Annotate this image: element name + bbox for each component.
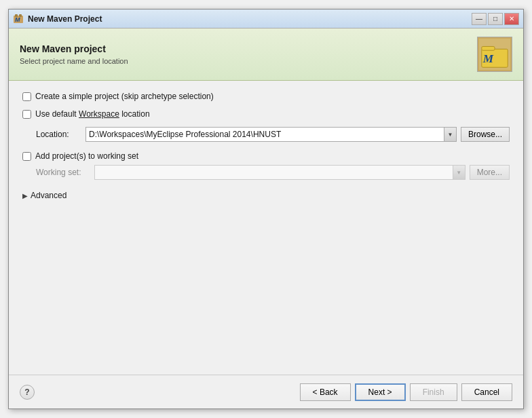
add-working-set-row: Add project(s) to working set: [22, 151, 510, 161]
window-icon: M: [13, 14, 24, 24]
footer: ? < Back Next > Finish Cancel: [9, 375, 523, 408]
simple-project-checkbox[interactable]: [22, 92, 31, 101]
window-title: New Maven Project: [28, 14, 472, 24]
svg-text:M: M: [482, 52, 494, 65]
advanced-expand-icon: ▶: [22, 192, 28, 200]
use-default-workspace-checkbox[interactable]: [22, 110, 31, 119]
working-set-combo-arrow[interactable]: ▼: [453, 166, 465, 179]
header-panel: New Maven project Select project name an…: [9, 28, 523, 81]
add-working-set-label[interactable]: Add project(s) to working set: [35, 151, 138, 161]
close-button[interactable]: ✕: [504, 13, 519, 25]
working-set-label: Working set:: [36, 168, 89, 177]
advanced-row[interactable]: ▶ Advanced: [22, 189, 510, 202]
location-combo-arrow[interactable]: ▼: [444, 128, 456, 141]
working-set-label-row: Working set: ▼ More...: [36, 165, 510, 180]
title-bar: M New Maven Project — □ ✕: [9, 10, 523, 28]
working-set-combo[interactable]: [95, 166, 453, 179]
title-bar-buttons: — □ ✕: [472, 13, 519, 25]
maximize-button[interactable]: □: [488, 13, 503, 25]
add-working-set-checkbox-row: Add project(s) to working set: [22, 151, 138, 161]
use-default-workspace-label[interactable]: Use default Workspace location: [35, 109, 150, 119]
advanced-label: Advanced: [31, 191, 66, 200]
location-row: Location: D:\Workspaces\MyEclipse Profes…: [36, 127, 510, 142]
workspace-link[interactable]: Workspace: [79, 109, 119, 119]
minimize-button[interactable]: —: [472, 13, 487, 25]
footer-buttons: < Back Next > Finish Cancel: [300, 383, 512, 401]
location-label: Location:: [36, 130, 80, 139]
add-working-set-checkbox[interactable]: [22, 152, 31, 161]
footer-left: ?: [20, 385, 35, 400]
svg-rect-7: [482, 46, 495, 50]
browse-button[interactable]: Browse...: [461, 127, 510, 142]
working-set-combo-wrapper: ▼: [94, 165, 466, 180]
header-subtitle: Select project name and location: [20, 57, 477, 65]
cancel-button[interactable]: Cancel: [461, 383, 512, 401]
location-input[interactable]: D:\Workspaces\MyEclipse Professional 201…: [86, 128, 444, 141]
simple-project-row: Create a simple project (skip archetype …: [22, 92, 510, 101]
use-default-workspace-row: Use default Workspace location: [22, 109, 510, 119]
header-title: New Maven project: [20, 43, 477, 54]
next-button[interactable]: Next >: [355, 383, 406, 401]
back-button[interactable]: < Back: [300, 383, 351, 401]
finish-button[interactable]: Finish: [410, 383, 457, 401]
more-button[interactable]: More...: [470, 165, 510, 180]
content-area: Create a simple project (skip archetype …: [9, 81, 523, 375]
location-combo-wrapper: D:\Workspaces\MyEclipse Professional 201…: [86, 127, 457, 142]
main-window: M New Maven Project — □ ✕ New Maven proj…: [8, 9, 524, 409]
header-text: New Maven project Select project name an…: [20, 43, 477, 65]
help-button[interactable]: ?: [20, 385, 35, 400]
working-set-section: Add project(s) to working set Working se…: [22, 151, 510, 180]
maven-logo-container: M: [477, 37, 512, 72]
svg-text:M: M: [15, 16, 20, 23]
simple-project-label[interactable]: Create a simple project (skip archetype …: [35, 92, 214, 101]
